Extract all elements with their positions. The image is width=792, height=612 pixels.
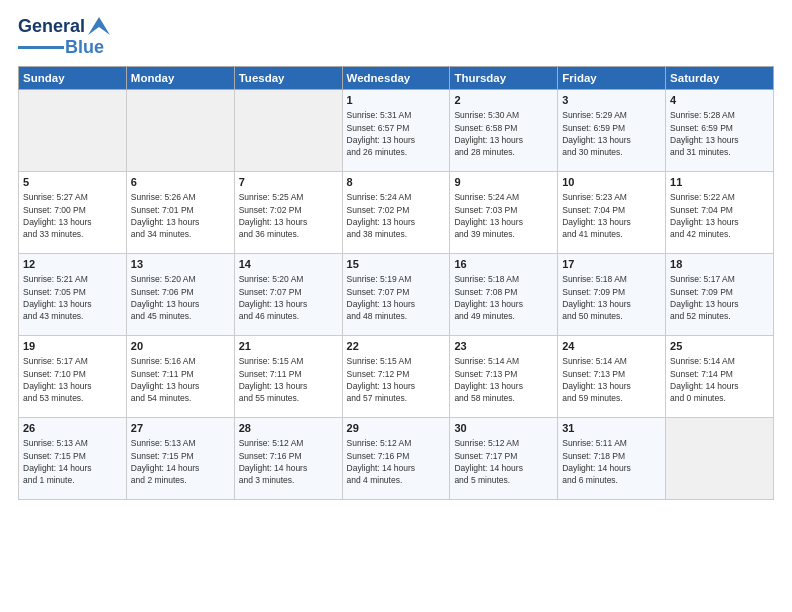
calendar-cell: 16Sunrise: 5:18 AMSunset: 7:08 PMDayligh… (450, 254, 558, 336)
day-number: 29 (347, 421, 446, 436)
calendar-cell: 3Sunrise: 5:29 AMSunset: 6:59 PMDaylight… (558, 90, 666, 172)
calendar-cell (234, 90, 342, 172)
day-info: Sunrise: 5:15 AMSunset: 7:12 PMDaylight:… (347, 355, 446, 404)
day-number: 17 (562, 257, 661, 272)
day-number: 27 (131, 421, 230, 436)
calendar-cell: 23Sunrise: 5:14 AMSunset: 7:13 PMDayligh… (450, 336, 558, 418)
calendar-cell: 17Sunrise: 5:18 AMSunset: 7:09 PMDayligh… (558, 254, 666, 336)
day-number: 3 (562, 93, 661, 108)
calendar-cell: 18Sunrise: 5:17 AMSunset: 7:09 PMDayligh… (666, 254, 774, 336)
day-number: 25 (670, 339, 769, 354)
calendar-cell: 30Sunrise: 5:12 AMSunset: 7:17 PMDayligh… (450, 418, 558, 500)
day-info: Sunrise: 5:23 AMSunset: 7:04 PMDaylight:… (562, 191, 661, 240)
day-info: Sunrise: 5:14 AMSunset: 7:14 PMDaylight:… (670, 355, 769, 404)
day-info: Sunrise: 5:30 AMSunset: 6:58 PMDaylight:… (454, 109, 553, 158)
calendar-cell: 21Sunrise: 5:15 AMSunset: 7:11 PMDayligh… (234, 336, 342, 418)
day-info: Sunrise: 5:25 AMSunset: 7:02 PMDaylight:… (239, 191, 338, 240)
logo-bird-icon (88, 17, 110, 35)
day-info: Sunrise: 5:19 AMSunset: 7:07 PMDaylight:… (347, 273, 446, 322)
day-number: 21 (239, 339, 338, 354)
day-number: 14 (239, 257, 338, 272)
day-number: 12 (23, 257, 122, 272)
day-number: 8 (347, 175, 446, 190)
day-info: Sunrise: 5:27 AMSunset: 7:00 PMDaylight:… (23, 191, 122, 240)
calendar-cell: 6Sunrise: 5:26 AMSunset: 7:01 PMDaylight… (126, 172, 234, 254)
weekday-header: Sunday (19, 67, 127, 90)
day-number: 9 (454, 175, 553, 190)
day-info: Sunrise: 5:28 AMSunset: 6:59 PMDaylight:… (670, 109, 769, 158)
calendar-table: SundayMondayTuesdayWednesdayThursdayFrid… (18, 66, 774, 500)
calendar-cell: 1Sunrise: 5:31 AMSunset: 6:57 PMDaylight… (342, 90, 450, 172)
calendar-cell (19, 90, 127, 172)
calendar-cell: 20Sunrise: 5:16 AMSunset: 7:11 PMDayligh… (126, 336, 234, 418)
day-info: Sunrise: 5:15 AMSunset: 7:11 PMDaylight:… (239, 355, 338, 404)
day-info: Sunrise: 5:29 AMSunset: 6:59 PMDaylight:… (562, 109, 661, 158)
day-info: Sunrise: 5:17 AMSunset: 7:10 PMDaylight:… (23, 355, 122, 404)
calendar-cell: 2Sunrise: 5:30 AMSunset: 6:58 PMDaylight… (450, 90, 558, 172)
calendar-cell: 31Sunrise: 5:11 AMSunset: 7:18 PMDayligh… (558, 418, 666, 500)
calendar-cell (126, 90, 234, 172)
weekday-header: Friday (558, 67, 666, 90)
logo-general: General (18, 16, 85, 37)
calendar-cell: 28Sunrise: 5:12 AMSunset: 7:16 PMDayligh… (234, 418, 342, 500)
day-number: 26 (23, 421, 122, 436)
calendar-week-row: 19Sunrise: 5:17 AMSunset: 7:10 PMDayligh… (19, 336, 774, 418)
day-number: 1 (347, 93, 446, 108)
day-number: 18 (670, 257, 769, 272)
calendar-cell: 4Sunrise: 5:28 AMSunset: 6:59 PMDaylight… (666, 90, 774, 172)
calendar-header-row: SundayMondayTuesdayWednesdayThursdayFrid… (19, 67, 774, 90)
calendar-cell: 22Sunrise: 5:15 AMSunset: 7:12 PMDayligh… (342, 336, 450, 418)
day-info: Sunrise: 5:14 AMSunset: 7:13 PMDaylight:… (562, 355, 661, 404)
day-info: Sunrise: 5:22 AMSunset: 7:04 PMDaylight:… (670, 191, 769, 240)
day-info: Sunrise: 5:14 AMSunset: 7:13 PMDaylight:… (454, 355, 553, 404)
svg-marker-0 (88, 17, 110, 35)
day-info: Sunrise: 5:20 AMSunset: 7:07 PMDaylight:… (239, 273, 338, 322)
calendar-cell: 14Sunrise: 5:20 AMSunset: 7:07 PMDayligh… (234, 254, 342, 336)
calendar-cell: 27Sunrise: 5:13 AMSunset: 7:15 PMDayligh… (126, 418, 234, 500)
calendar-week-row: 1Sunrise: 5:31 AMSunset: 6:57 PMDaylight… (19, 90, 774, 172)
day-info: Sunrise: 5:18 AMSunset: 7:09 PMDaylight:… (562, 273, 661, 322)
day-number: 4 (670, 93, 769, 108)
calendar-cell: 10Sunrise: 5:23 AMSunset: 7:04 PMDayligh… (558, 172, 666, 254)
calendar-week-row: 26Sunrise: 5:13 AMSunset: 7:15 PMDayligh… (19, 418, 774, 500)
day-number: 2 (454, 93, 553, 108)
calendar-cell: 13Sunrise: 5:20 AMSunset: 7:06 PMDayligh… (126, 254, 234, 336)
day-info: Sunrise: 5:16 AMSunset: 7:11 PMDaylight:… (131, 355, 230, 404)
calendar-cell: 15Sunrise: 5:19 AMSunset: 7:07 PMDayligh… (342, 254, 450, 336)
day-number: 31 (562, 421, 661, 436)
day-info: Sunrise: 5:13 AMSunset: 7:15 PMDaylight:… (131, 437, 230, 486)
day-info: Sunrise: 5:18 AMSunset: 7:08 PMDaylight:… (454, 273, 553, 322)
day-info: Sunrise: 5:17 AMSunset: 7:09 PMDaylight:… (670, 273, 769, 322)
page-header: General Blue (18, 16, 774, 58)
weekday-header: Tuesday (234, 67, 342, 90)
calendar-cell: 29Sunrise: 5:12 AMSunset: 7:16 PMDayligh… (342, 418, 450, 500)
weekday-header: Thursday (450, 67, 558, 90)
calendar-week-row: 12Sunrise: 5:21 AMSunset: 7:05 PMDayligh… (19, 254, 774, 336)
day-info: Sunrise: 5:24 AMSunset: 7:03 PMDaylight:… (454, 191, 553, 240)
calendar-cell: 19Sunrise: 5:17 AMSunset: 7:10 PMDayligh… (19, 336, 127, 418)
weekday-header: Monday (126, 67, 234, 90)
calendar-cell: 12Sunrise: 5:21 AMSunset: 7:05 PMDayligh… (19, 254, 127, 336)
day-info: Sunrise: 5:13 AMSunset: 7:15 PMDaylight:… (23, 437, 122, 486)
day-info: Sunrise: 5:24 AMSunset: 7:02 PMDaylight:… (347, 191, 446, 240)
calendar-cell: 9Sunrise: 5:24 AMSunset: 7:03 PMDaylight… (450, 172, 558, 254)
day-number: 16 (454, 257, 553, 272)
day-info: Sunrise: 5:11 AMSunset: 7:18 PMDaylight:… (562, 437, 661, 486)
calendar-cell: 11Sunrise: 5:22 AMSunset: 7:04 PMDayligh… (666, 172, 774, 254)
calendar-cell: 26Sunrise: 5:13 AMSunset: 7:15 PMDayligh… (19, 418, 127, 500)
day-number: 19 (23, 339, 122, 354)
day-number: 20 (131, 339, 230, 354)
day-info: Sunrise: 5:12 AMSunset: 7:16 PMDaylight:… (239, 437, 338, 486)
day-number: 23 (454, 339, 553, 354)
day-number: 13 (131, 257, 230, 272)
day-number: 15 (347, 257, 446, 272)
calendar-cell: 25Sunrise: 5:14 AMSunset: 7:14 PMDayligh… (666, 336, 774, 418)
day-number: 5 (23, 175, 122, 190)
calendar-cell: 24Sunrise: 5:14 AMSunset: 7:13 PMDayligh… (558, 336, 666, 418)
day-number: 22 (347, 339, 446, 354)
day-info: Sunrise: 5:20 AMSunset: 7:06 PMDaylight:… (131, 273, 230, 322)
day-number: 11 (670, 175, 769, 190)
calendar-cell (666, 418, 774, 500)
day-number: 24 (562, 339, 661, 354)
logo-blue: Blue (65, 37, 104, 58)
